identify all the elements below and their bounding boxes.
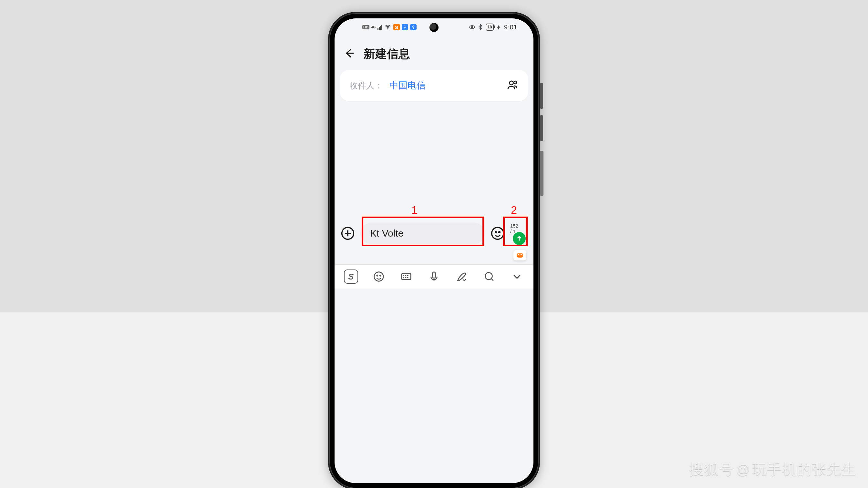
network-4g-icon: 4G bbox=[371, 26, 376, 29]
svg-point-9 bbox=[376, 275, 377, 276]
char-count: 152 / 1 bbox=[510, 223, 521, 234]
watermark-author: 玩手机的张先生 bbox=[752, 461, 857, 477]
watermark: 搜狐号@玩手机的张先生 bbox=[689, 460, 857, 479]
svg-point-2 bbox=[509, 81, 514, 85]
message-text: Kt Volte bbox=[370, 228, 403, 239]
annotation-1-label: 1 bbox=[411, 204, 417, 216]
svg-point-3 bbox=[514, 81, 517, 84]
svg-point-5 bbox=[492, 228, 504, 239]
ime-floating-avatar[interactable] bbox=[514, 250, 526, 260]
compose-row: Kt Volte 152 / 1 bbox=[340, 219, 528, 248]
back-button[interactable] bbox=[344, 47, 355, 60]
power-button bbox=[540, 151, 544, 196]
message-input[interactable]: Kt Volte bbox=[361, 223, 485, 244]
sogou-ime-icon: S bbox=[393, 24, 400, 30]
page-title: 新建信息 bbox=[364, 46, 410, 62]
svg-point-7 bbox=[499, 232, 500, 233]
recipient-label: 收件人： bbox=[349, 80, 383, 91]
keyboard-toolbar: S bbox=[335, 264, 533, 289]
kb-handwrite-button[interactable] bbox=[454, 269, 469, 284]
kb-collapse-button[interactable] bbox=[509, 269, 524, 284]
watermark-sep: @ bbox=[736, 462, 750, 477]
screen: HD 4G S bbox=[335, 19, 533, 483]
watermark-site: 搜狐号 bbox=[689, 461, 734, 477]
svg-point-10 bbox=[380, 275, 381, 276]
notification-icon-1 bbox=[402, 24, 408, 30]
svg-point-13 bbox=[485, 272, 492, 280]
svg-point-1 bbox=[471, 27, 473, 28]
emoji-button[interactable] bbox=[490, 225, 506, 241]
kb-search-button[interactable] bbox=[482, 269, 497, 284]
svg-point-8 bbox=[374, 272, 383, 282]
send-button[interactable] bbox=[513, 232, 526, 245]
attach-button[interactable] bbox=[340, 225, 356, 241]
front-camera bbox=[430, 23, 438, 32]
volume-up-button bbox=[540, 83, 543, 109]
phone-frame: HD 4G S bbox=[328, 12, 540, 488]
signal-icon bbox=[377, 25, 382, 30]
eye-comfort-icon bbox=[469, 24, 475, 30]
notification-icon-2 bbox=[410, 24, 416, 30]
svg-point-0 bbox=[388, 29, 388, 29]
contacts-icon[interactable] bbox=[507, 79, 519, 92]
wifi-icon bbox=[384, 24, 392, 31]
kb-voice-button[interactable] bbox=[427, 269, 441, 284]
charging-icon bbox=[496, 24, 502, 30]
volume-down-button bbox=[540, 115, 543, 141]
kb-keyboard-button[interactable] bbox=[399, 269, 414, 284]
svg-rect-11 bbox=[402, 274, 411, 280]
bluetooth-icon bbox=[477, 24, 484, 30]
battery-percent: 18 bbox=[488, 25, 492, 29]
kb-emoji-button[interactable] bbox=[371, 269, 386, 284]
ime-logo-button[interactable]: S bbox=[344, 269, 359, 284]
clock-time: 9:01 bbox=[504, 24, 517, 31]
svg-point-6 bbox=[495, 232, 497, 233]
annotation-2-label: 2 bbox=[511, 204, 517, 216]
recipient-card[interactable]: 收件人： 中国电信 bbox=[340, 70, 528, 101]
recipient-value[interactable]: 中国电信 bbox=[390, 79, 507, 92]
svg-rect-12 bbox=[432, 272, 436, 278]
battery-icon: 18 bbox=[486, 24, 494, 31]
title-bar: 新建信息 bbox=[335, 41, 533, 67]
hd-icon: HD bbox=[362, 25, 369, 29]
